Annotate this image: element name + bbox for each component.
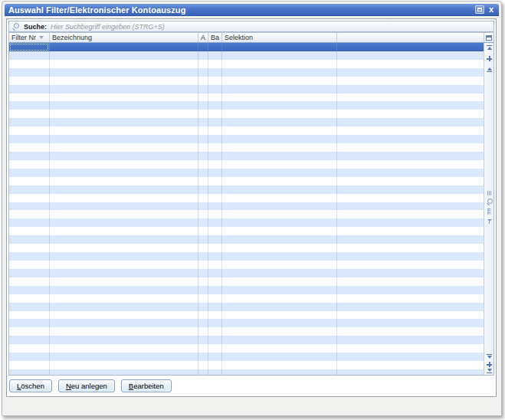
window-title: Auswahl Filter/Elektronischer Kontoauszu…	[8, 5, 185, 15]
column-header-filter-nr[interactable]: Filter Nr	[9, 33, 50, 42]
titlebar[interactable]: Auswahl Filter/Elektronischer Kontoauszu…	[5, 4, 499, 16]
grid-row[interactable]	[9, 210, 484, 218]
grid-row[interactable]	[9, 303, 484, 311]
nav-down-icon[interactable]	[484, 362, 494, 367]
new-button[interactable]: Neu anlegen	[58, 379, 115, 392]
close-button[interactable]: x	[487, 5, 495, 14]
column-header-label: A	[201, 34, 205, 41]
search-icon	[12, 23, 20, 31]
grid-row[interactable]	[9, 51, 484, 60]
grid-row[interactable]	[9, 327, 484, 336]
next-row-icon[interactable]	[484, 353, 494, 359]
grid-row[interactable]	[9, 244, 484, 252]
grid-row[interactable]	[9, 311, 484, 320]
scrollbar-grip-icon[interactable]	[484, 191, 494, 195]
grid-row[interactable]	[9, 353, 484, 361]
scroll-bottom-icon[interactable]	[484, 369, 494, 374]
search-input[interactable]: Hier Suchbegriff eingeben (STRG+S)	[51, 23, 490, 31]
column-header-bezeichnung[interactable]: Bezeichnung	[50, 33, 198, 42]
grid-body-area: BE	[9, 43, 494, 375]
zoom-icon[interactable]	[484, 199, 494, 205]
grid-row[interactable]	[9, 369, 484, 375]
grid-row[interactable]	[9, 118, 484, 126]
grid-row[interactable]	[9, 94, 484, 102]
grid-row[interactable]	[9, 160, 484, 169]
grid-row[interactable]	[9, 152, 484, 160]
grid-row[interactable]	[9, 319, 484, 327]
grid-row[interactable]	[9, 336, 484, 344]
edit-button[interactable]: Bearbeiten	[121, 379, 172, 392]
column-header-label: Filter Nr	[11, 34, 36, 41]
grid-row[interactable]	[9, 227, 484, 235]
grid-row[interactable]	[9, 143, 484, 152]
grid-row[interactable]	[9, 202, 484, 211]
column-header-empty[interactable]	[337, 33, 484, 42]
grid-row[interactable]	[9, 177, 484, 185]
prev-row-icon[interactable]	[484, 67, 494, 73]
grid-row[interactable]	[9, 277, 484, 286]
grid-row[interactable]	[9, 194, 484, 202]
grid-body-rows[interactable]	[9, 43, 484, 375]
grid-row[interactable]	[9, 68, 484, 77]
filter-funnel-icon[interactable]	[484, 219, 494, 224]
be-badge-icon[interactable]: BE	[484, 209, 494, 214]
delete-button[interactable]: Löschen	[9, 379, 52, 392]
grid-row[interactable]	[9, 101, 484, 110]
footer-button-bar: Löschen Neu anlegen Bearbeiten	[7, 376, 496, 396]
grid-row[interactable]	[9, 85, 484, 94]
column-header-ba[interactable]: Ba	[208, 33, 222, 42]
grid-row[interactable]	[9, 344, 484, 353]
grid-row[interactable]	[9, 269, 484, 277]
column-header-label: Bezeichnung	[52, 34, 92, 41]
maximize-button[interactable]	[475, 5, 484, 14]
grid-row-selected[interactable]	[9, 43, 484, 51]
focus-cell	[10, 44, 48, 51]
client-area: Suche: Hier Suchbegriff eingeben (STRG+S…	[6, 18, 497, 397]
grid-row[interactable]	[9, 235, 484, 244]
customize-grid-icon	[486, 35, 492, 41]
search-panel: Suche: Hier Suchbegriff eingeben (STRG+S…	[8, 21, 494, 32]
grid-row[interactable]	[9, 110, 484, 118]
search-label: Suche:	[24, 23, 47, 31]
grid-row[interactable]	[9, 185, 484, 194]
scroll-top-icon[interactable]	[484, 44, 494, 50]
dialog-window: Auswahl Filter/Elektronischer Kontoauszu…	[2, 1, 502, 416]
grid-row[interactable]	[9, 218, 484, 227]
column-customize-button[interactable]	[484, 33, 494, 42]
grid-row[interactable]	[9, 261, 484, 269]
grid-row[interactable]	[9, 60, 484, 68]
filter-grid: Filter Nr Bezeichnung A Ba Selektion	[8, 32, 494, 376]
column-header-selektion[interactable]: Selektion	[222, 33, 337, 42]
grid-scrollbar[interactable]: BE	[484, 43, 494, 375]
column-header-label: Selektion	[225, 34, 253, 41]
column-header-label: Ba	[211, 34, 219, 41]
grid-header: Filter Nr Bezeichnung A Ba Selektion	[9, 33, 494, 43]
grid-row[interactable]	[9, 361, 484, 369]
nav-up-icon[interactable]	[484, 56, 494, 61]
screen: Auswahl Filter/Elektronischer Kontoauszu…	[0, 0, 505, 420]
column-header-a[interactable]: A	[198, 33, 208, 42]
grid-row[interactable]	[9, 135, 484, 143]
window-controls: x	[475, 5, 495, 14]
grid-row[interactable]	[9, 286, 484, 294]
grid-row[interactable]	[9, 252, 484, 261]
grid-row[interactable]	[9, 77, 484, 85]
grid-row[interactable]	[9, 294, 484, 303]
grid-row[interactable]	[9, 126, 484, 135]
grid-row[interactable]	[9, 169, 484, 177]
sort-desc-icon	[39, 36, 44, 39]
